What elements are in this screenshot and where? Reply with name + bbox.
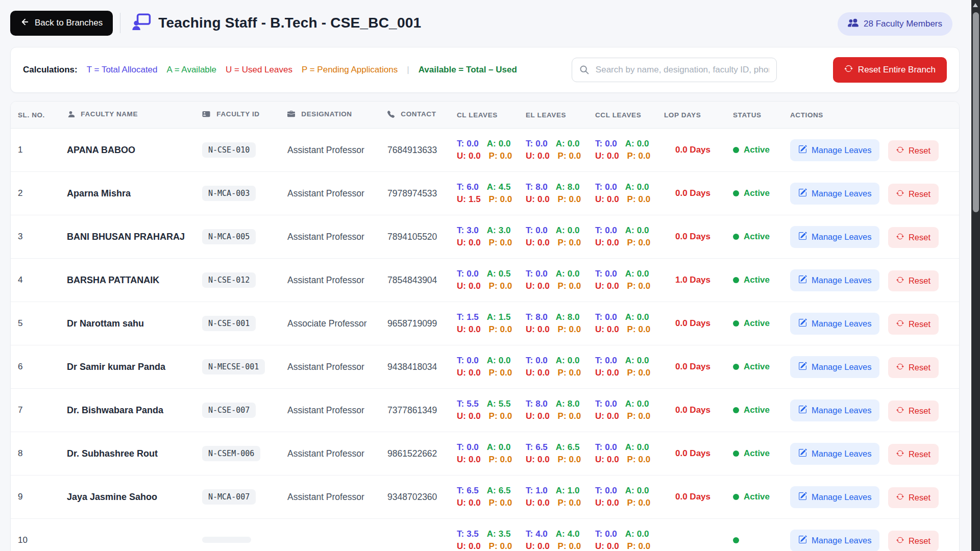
ccl-leaves-cell: T:0.0A:0.0 U:0.0P:0.0	[588, 259, 657, 302]
table-row: 5 Dr Narottam sahu N-CSE-001 Associate P…	[11, 302, 959, 345]
ccl-leaves-cell: T:0.0A:0.0 U:0.0P:0.0	[588, 519, 657, 551]
reset-row-button[interactable]: Reset	[888, 314, 939, 335]
manage-leaves-button[interactable]: Manage Leaves	[790, 356, 879, 378]
table-row: 4 BARSHA PATTANAIK N-CSE-012 Assistant P…	[11, 259, 959, 302]
manage-leaves-button[interactable]: Manage Leaves	[790, 226, 879, 248]
reset-row-button[interactable]: Reset	[888, 140, 939, 161]
legend-pending: P = Pending Applications	[302, 65, 398, 75]
contact-number	[380, 519, 450, 551]
el-leaves-cell: T:0.0A:0.0 U:0.0P:0.0	[519, 215, 588, 259]
lop-days: 0.0 Days	[657, 129, 726, 172]
reset-row-button[interactable]: Reset	[888, 227, 939, 248]
cl-leaves-cell: T:3.0A:3.0 U:0.0P:0.0	[450, 215, 519, 259]
manage-leaves-button[interactable]: Manage Leaves	[790, 313, 879, 335]
manage-leaves-button[interactable]: Manage Leaves	[790, 530, 879, 551]
col-designation: DESIGNATION	[280, 102, 380, 129]
edit-icon	[798, 535, 807, 546]
actions-cell: Manage Leaves Reset	[783, 345, 959, 389]
reset-row-button[interactable]: Reset	[888, 357, 939, 378]
manage-leaves-button[interactable]: Manage Leaves	[790, 269, 879, 291]
row-serial: 3	[11, 215, 60, 259]
legend-total: T = Total Allocated	[87, 65, 158, 75]
ccl-leaves-cell: T:0.0A:0.0 U:0.0P:0.0	[588, 172, 657, 215]
reset-row-button[interactable]: Reset	[888, 444, 939, 465]
teaching-staff-icon	[132, 13, 151, 33]
faculty-id-badge: N-MECSE-001	[202, 359, 265, 374]
page: Back to Branches Teaching Staff - B.Tech…	[0, 0, 970, 551]
calculations-legend: Calculations: T = Total Allocated A = Av…	[23, 65, 517, 75]
row-serial: 10	[11, 519, 60, 551]
search-icon	[579, 64, 590, 77]
faculty-table-body: 1 APANA BABOO N-CSE-010 Assistant Profes…	[11, 129, 959, 551]
status-label: Active	[744, 145, 770, 155]
el-leaves-cell: T:6.5A:6.5 U:0.0P:0.0	[519, 432, 588, 475]
reset-row-button[interactable]: Reset	[888, 184, 939, 205]
refresh-icon	[896, 363, 904, 372]
cl-leaves-cell: T:3.5A:3.5 U:0.0P:0.0	[450, 519, 519, 551]
manage-leaves-button[interactable]: Manage Leaves	[790, 183, 879, 205]
table-row: 10 T:3.5A:3.5 U:0.0P:0.0 T:4.0A:4.0 U:0.…	[11, 519, 959, 551]
calculations-bar: Calculations: T = Total Allocated A = Av…	[10, 47, 960, 93]
manage-leaves-button[interactable]: Manage Leaves	[790, 443, 879, 465]
lop-days: 0.0 Days	[657, 345, 726, 389]
back-to-branches-button[interactable]: Back to Branches	[10, 11, 113, 36]
users-icon	[848, 17, 859, 31]
refresh-icon	[844, 64, 853, 76]
manage-leaves-button[interactable]: Manage Leaves	[790, 486, 879, 508]
refresh-icon	[896, 319, 904, 329]
status-label: Active	[744, 275, 770, 285]
ccl-leaves-cell: T:0.0A:0.0 U:0.0P:0.0	[588, 345, 657, 389]
table-row: 9 Jaya Jasmine Sahoo N-MCA-007 Assistant…	[11, 475, 959, 519]
designation: Associate Professor	[280, 302, 380, 345]
faculty-name: BANI BHUSAN PRAHARAJ	[60, 215, 195, 259]
cl-leaves-cell: T:0.0A:0.0 U:0.0P:0.0	[450, 345, 519, 389]
designation: Assistant Professor	[280, 389, 380, 432]
actions-cell: Manage Leaves Reset	[783, 432, 959, 475]
manage-leaves-button[interactable]: Manage Leaves	[790, 139, 879, 161]
edit-icon	[798, 275, 807, 286]
status-cell: Active	[726, 389, 783, 432]
scrollbar-up-arrow[interactable]	[973, 3, 978, 7]
refresh-icon	[896, 233, 904, 242]
manage-leaves-button[interactable]: Manage Leaves	[790, 399, 879, 421]
reset-row-button[interactable]: Reset	[888, 531, 939, 551]
faculty-count-badge: 28 Faculty Members	[838, 12, 952, 36]
ccl-leaves-cell: T:0.0A:0.0 U:0.0P:0.0	[588, 129, 657, 172]
search-input[interactable]	[572, 58, 777, 82]
cl-leaves-cell: T:0.0A:0.5 U:0.0P:0.0	[450, 259, 519, 302]
reset-branch-label: Reset Entire Branch	[858, 65, 936, 75]
status-label: Active	[744, 188, 770, 198]
status-dot	[733, 234, 739, 240]
el-leaves-cell: T:8.0A:8.0 U:0.0P:0.0	[519, 172, 588, 215]
lop-days: 0.0 Days	[657, 432, 726, 475]
ccl-leaves-cell: T:0.0A:0.0 U:0.0P:0.0	[588, 432, 657, 475]
vertical-scrollbar[interactable]	[971, 0, 980, 551]
status-dot	[733, 147, 739, 153]
status-cell: Active	[726, 129, 783, 172]
legend-available: A = Available	[167, 65, 217, 75]
faculty-name	[60, 519, 195, 551]
faculty-id-badge: N-CSE-010	[202, 142, 256, 158]
contact-number: 9438418034	[380, 345, 450, 389]
table-row: 8 Dr. Subhashree Rout N-CSEM-006 Assista…	[11, 432, 959, 475]
refresh-icon	[896, 536, 904, 546]
reset-row-button[interactable]: Reset	[888, 270, 939, 291]
reset-row-button[interactable]: Reset	[888, 487, 939, 508]
actions-cell: Manage Leaves Reset	[783, 172, 959, 215]
reset-entire-branch-button[interactable]: Reset Entire Branch	[833, 57, 947, 83]
edit-icon	[798, 232, 807, 242]
back-button-label: Back to Branches	[35, 18, 103, 28]
scrollbar-thumb[interactable]	[973, 12, 979, 212]
refresh-icon	[896, 189, 904, 199]
legend-used: U = Used Leaves	[226, 65, 292, 75]
reset-row-button[interactable]: Reset	[888, 400, 939, 421]
briefcase-icon	[287, 110, 295, 119]
refresh-icon	[896, 146, 904, 156]
designation: Assistant Professor	[280, 475, 380, 519]
status-cell: Active	[726, 432, 783, 475]
status-cell: Active	[726, 345, 783, 389]
faculty-table-card: SL. NO. FACULTY NAME FACULTY ID DESIGNAT…	[10, 101, 960, 551]
row-serial: 5	[11, 302, 60, 345]
faculty-id-badge: N-MCA-003	[202, 186, 256, 201]
status-dot	[733, 494, 739, 500]
